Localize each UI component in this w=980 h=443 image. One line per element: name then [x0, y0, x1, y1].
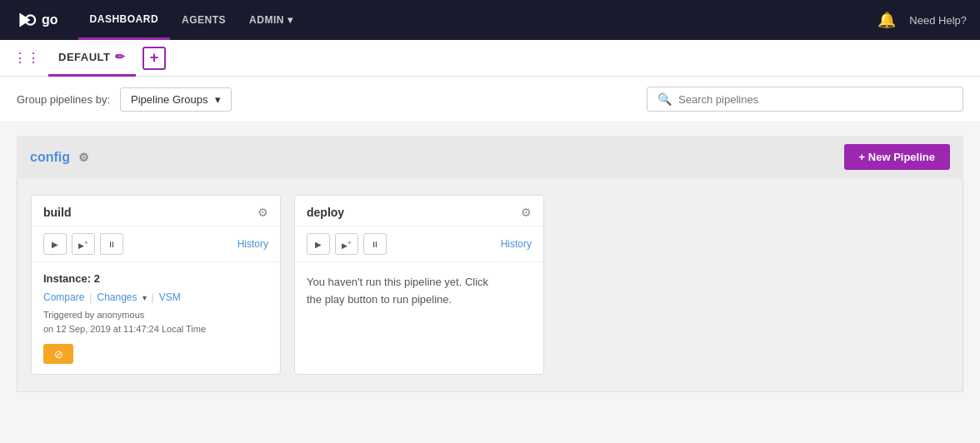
compare-link-build[interactable]: Compare [43, 291, 84, 303]
edit-tab-icon[interactable]: ✏ [115, 50, 126, 63]
status-badge-build: ⊘ [43, 344, 73, 364]
vsm-link-build[interactable]: VSM [159, 291, 181, 303]
play-with-options-button-deploy[interactable]: ▶+ [335, 233, 358, 255]
empty-pipeline-text-deploy: You haven't run this pipeline yet. Click… [295, 262, 543, 321]
grid-icon[interactable]: ⋮⋮ [13, 50, 40, 66]
nav-right: 🔔 Need Help? [878, 11, 967, 29]
play-button-deploy[interactable]: ▶ [307, 233, 330, 255]
changes-link-build[interactable]: Changes [97, 291, 137, 303]
play-button-build[interactable]: ▶ [43, 233, 67, 255]
logo: go [13, 8, 58, 32]
add-tab-button[interactable]: + [142, 47, 166, 70]
search-box: 🔍 [647, 87, 963, 112]
card-links-build: Compare | Changes ▾ | VSM [43, 291, 268, 303]
play-options-icon-deploy: ▶+ [342, 239, 351, 250]
group-by-value: Pipeline Groups [131, 93, 208, 106]
card-actions-deploy: ▶ ▶+ ⏸ History [295, 226, 543, 262]
triggered-by: Triggered by anonymous [43, 310, 144, 320]
changes-dropdown-icon[interactable]: ▾ [142, 293, 147, 302]
card-header-deploy: deploy ⚙ [295, 196, 543, 226]
cancelled-icon: ⊘ [54, 348, 63, 361]
nav-agents[interactable]: AGENTS [170, 0, 238, 40]
nav-admin[interactable]: ADMIN ▾ [238, 0, 304, 40]
help-link[interactable]: Need Help? [909, 14, 967, 27]
tab-default[interactable]: DEFAULT ✏ [48, 40, 136, 77]
tab-bar: ⋮⋮ DEFAULT ✏ + [0, 40, 980, 77]
instance-title-build: Instance: 2 [43, 272, 268, 285]
empty-line2: the play button to run pipeline. [307, 293, 452, 306]
filter-bar: Group pipelines by: Pipeline Groups ▾ 🔍 [0, 77, 980, 122]
search-icon: 🔍 [658, 92, 672, 106]
pipeline-card-build: build ⚙ ▶ ▶+ ⏸ History Instance: 2 Compa… [31, 195, 281, 375]
separator-2: | [152, 291, 154, 303]
card-body-build: Instance: 2 Compare | Changes ▾ | VSM Tr… [32, 262, 280, 374]
nav-dashboard[interactable]: DASHBOARD [78, 0, 171, 40]
triggered-on: on 12 Sep, 2019 at 11:47:24 Local Time [43, 324, 206, 334]
empty-line1: You haven't run this pipeline yet. Click [307, 276, 488, 288]
group-title: config ⚙ [30, 150, 89, 165]
separator-1: | [89, 291, 92, 303]
history-link-build[interactable]: History [238, 238, 268, 250]
tab-label: DEFAULT [58, 51, 110, 63]
group-settings-icon[interactable]: ⚙ [78, 151, 89, 164]
pipeline-card-deploy: deploy ⚙ ▶ ▶+ ⏸ History You haven't run … [294, 195, 544, 375]
chevron-down-icon: ▾ [215, 93, 221, 106]
pipeline-settings-icon-build[interactable]: ⚙ [258, 206, 268, 219]
logo-text: go [42, 12, 58, 27]
new-pipeline-button[interactable]: + New Pipeline [844, 144, 950, 170]
pipeline-name-deploy: deploy [307, 206, 344, 219]
group-header: config ⚙ + New Pipeline [17, 136, 963, 178]
card-actions-build: ▶ ▶+ ⏸ History [32, 226, 280, 262]
search-input[interactable] [678, 93, 952, 106]
filter-label: Group pipelines by: [17, 93, 110, 106]
history-link-deploy[interactable]: History [501, 238, 532, 250]
nav-links: DASHBOARD AGENTS ADMIN ▾ [78, 0, 858, 40]
group-name: config [30, 150, 70, 165]
new-pipeline-label: + New Pipeline [859, 151, 935, 163]
group-by-select[interactable]: Pipeline Groups ▾ [120, 87, 232, 112]
pipeline-name-build: build [43, 206, 71, 219]
pipeline-cards-container: build ⚙ ▶ ▶+ ⏸ History Instance: 2 Compa… [17, 178, 963, 392]
pause-button-deploy[interactable]: ⏸ [363, 233, 387, 255]
pipeline-settings-icon-deploy[interactable]: ⚙ [521, 206, 532, 219]
config-group: config ⚙ + New Pipeline build ⚙ ▶ ▶+ ⏸ H… [17, 136, 963, 392]
card-header-build: build ⚙ [32, 196, 280, 226]
pause-button-build[interactable]: ⏸ [100, 233, 123, 255]
play-with-options-button-build[interactable]: ▶+ [72, 233, 95, 255]
top-navigation: go DASHBOARD AGENTS ADMIN ▾ 🔔 Need Help? [0, 0, 980, 40]
play-options-icon: ▶+ [78, 239, 88, 250]
notification-bell-icon[interactable]: 🔔 [878, 11, 896, 29]
triggered-text-build: Triggered by anonymous on 12 Sep, 2019 a… [43, 308, 268, 336]
